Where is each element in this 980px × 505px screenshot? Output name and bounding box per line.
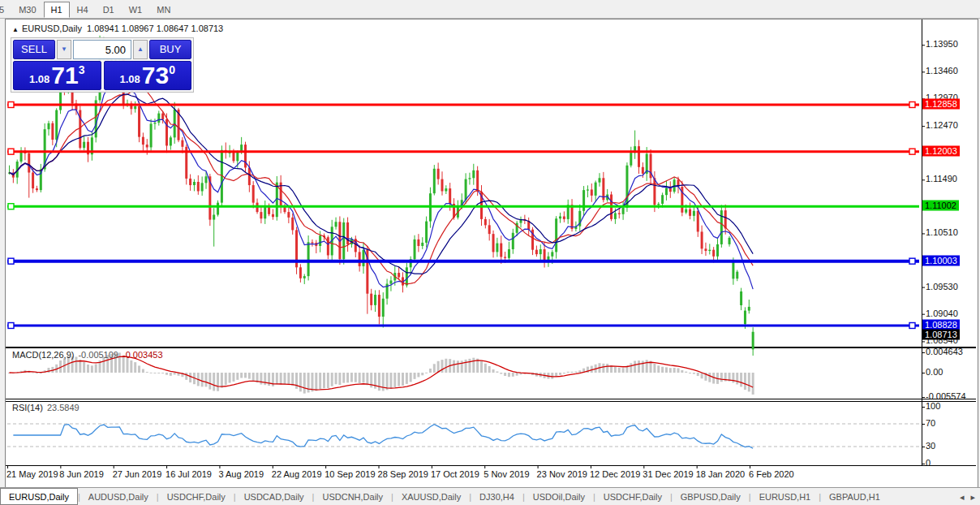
level-handle[interactable] xyxy=(8,101,14,107)
ohlc-values: 1.08941 1.08967 1.08647 1.08713 xyxy=(87,24,223,33)
volume-input[interactable] xyxy=(73,40,131,59)
chart-tab-xauusd-daily[interactable]: XAUUSD,Daily xyxy=(393,490,469,504)
level-handle[interactable] xyxy=(909,258,915,264)
chart-tab-usdchf-daily[interactable]: USDCHF,Daily xyxy=(595,490,670,504)
date-axis-label: 18 Jan 2020 xyxy=(696,469,746,479)
buy-price-handle: 1.08 xyxy=(120,73,140,85)
timeframe-tab-w1[interactable]: W1 xyxy=(122,2,150,18)
timeframe-tab-d1[interactable]: D1 xyxy=(96,2,122,18)
level-handle[interactable] xyxy=(8,258,14,264)
chart-tab-eurusd-h1[interactable]: EURUSD,H1 xyxy=(751,490,819,504)
axis-ticks xyxy=(8,45,926,468)
chart-tab-audusd-daily[interactable]: AUDUSD,Daily xyxy=(80,490,157,504)
price-level-badge: 1.12858 xyxy=(922,98,960,109)
collapse-arrow-icon[interactable]: ▲ xyxy=(12,26,19,33)
chart-tab-usdoil-daily[interactable]: USDOil,Daily xyxy=(525,490,593,504)
date-axis-label: 22 Aug 2019 xyxy=(272,469,322,479)
trading-terminal: 5M30H1H4D1W1MN ▲EURUSD,Daily 1.08941 1.0… xyxy=(0,0,980,505)
chart-tab-bar: EURUSD,Daily|AUDUSD,Daily|USDCHF,Daily|U… xyxy=(0,487,980,505)
macd-signal-line xyxy=(10,356,754,390)
macd-axis-label: 0.00 xyxy=(926,367,943,377)
sell-price-point: 3 xyxy=(79,63,85,76)
date-axis-label: 31 Dec 2019 xyxy=(643,469,693,479)
timeframe-tab-h4[interactable]: H4 xyxy=(70,2,96,18)
tab-scroll-left-icon[interactable]: ◂ xyxy=(960,492,965,503)
macd-axis-label: 0.004643 xyxy=(926,347,963,356)
buy-price-pips: 73 xyxy=(142,63,169,88)
rsi-label: RSI(14)23.5849 xyxy=(12,403,80,412)
price-axis-label: 1.12470 xyxy=(926,120,958,130)
timeframe-tab-h1[interactable]: H1 xyxy=(44,2,70,18)
level-handle[interactable] xyxy=(909,149,915,154)
date-axis-label: 5 Nov 2019 xyxy=(484,469,529,479)
price-level-badge: 1.10003 xyxy=(922,255,960,265)
symbol-label: EURUSD,Daily xyxy=(22,24,82,33)
buy-price-box[interactable]: 1.08 73 0 xyxy=(104,61,192,90)
price-axis-label: 1.13950 xyxy=(926,39,958,49)
rsi-axis-label: 30 xyxy=(926,441,935,451)
timeframe-tab-5[interactable]: 5 xyxy=(0,2,11,18)
price-axis-label: 1.13460 xyxy=(926,66,958,76)
buy-button[interactable]: BUY xyxy=(149,40,191,59)
sell-button[interactable]: SELL xyxy=(13,40,55,59)
date-axis-label: 21 May 2019 xyxy=(6,469,58,479)
price-axis-label: 1.09530 xyxy=(926,282,958,291)
date-axis-label: 27 Jun 2019 xyxy=(113,469,162,479)
chart-title: ▲EURUSD,Daily 1.08941 1.08967 1.08647 1.… xyxy=(12,24,223,33)
date-axis-label: 10 Sep 2019 xyxy=(325,469,375,479)
sell-price-pips: 71 xyxy=(51,63,78,88)
rsi-axis-label: 70 xyxy=(926,418,935,428)
horizontal-level-lines xyxy=(7,101,919,328)
volume-decrease-button[interactable]: ▼ xyxy=(57,40,71,59)
macd-main-value: -0.005109 xyxy=(78,350,118,360)
tab-scroll-arrows: ◂▸ xyxy=(960,492,980,503)
rsi-value: 23.5849 xyxy=(47,403,80,412)
volume-increase-button[interactable]: ▲ xyxy=(133,40,148,59)
date-axis-label: 6 Feb 2020 xyxy=(749,469,794,479)
rsi-level-lines xyxy=(7,424,919,447)
sell-price-handle: 1.08 xyxy=(29,73,49,85)
current-price-badge: 1.08713 xyxy=(922,329,960,339)
ma-line-sma18 xyxy=(10,94,754,274)
chart-tab-gbpaud-h1[interactable]: GBPAUD,H1 xyxy=(821,490,888,504)
level-handle[interactable] xyxy=(8,204,14,209)
level-handle[interactable] xyxy=(8,322,14,328)
ma-line-sma13 xyxy=(10,88,754,284)
rsi-axis-label: 100 xyxy=(926,401,940,411)
tab-scroll-right-icon[interactable]: ▸ xyxy=(970,492,975,503)
date-axis-label: 17 Oct 2019 xyxy=(431,469,479,479)
timeframe-tab-mn[interactable]: MN xyxy=(149,2,178,18)
buy-price-point: 0 xyxy=(169,63,175,76)
chart-tab-eurusd-daily[interactable]: EURUSD,Daily xyxy=(0,488,78,505)
date-axis-label: 3 Aug 2019 xyxy=(218,469,264,479)
chart-tab-usdcad-daily[interactable]: USDCAD,Daily xyxy=(236,490,312,504)
chart-tab-usdchf-daily[interactable]: USDCHF,Daily xyxy=(159,490,234,504)
sell-price-box[interactable]: 1.08 71 3 xyxy=(13,61,101,90)
one-click-trading-panel: SELL ▼ ▲ BUY 1.08 71 3 1.08 73 0 xyxy=(11,37,194,93)
price-level-badge: 1.11002 xyxy=(922,201,959,211)
timeframe-toolbar: 5M30H1H4D1W1MN xyxy=(0,0,980,19)
date-axis-label: 12 Dec 2019 xyxy=(590,469,640,479)
price-axis-label: 1.10510 xyxy=(926,227,958,237)
macd-signal-value: -0.003453 xyxy=(122,350,163,360)
level-handle[interactable] xyxy=(909,101,915,107)
price-axis-label: 1.11490 xyxy=(926,174,957,183)
date-axis-label: 16 Jul 2019 xyxy=(165,469,212,479)
rsi-axis-label: 0 xyxy=(926,458,931,468)
chart-window[interactable]: ▲EURUSD,Daily 1.08941 1.08967 1.08647 1.… xyxy=(5,19,978,488)
chart-tab-usdcnh-daily[interactable]: USDCNH,Daily xyxy=(314,490,391,504)
chart-tab-dj30-h4[interactable]: DJ30,H4 xyxy=(471,490,522,504)
rsi-line xyxy=(13,425,753,449)
date-axis-label: 28 Sep 2019 xyxy=(378,469,428,479)
timeframe-tab-m30[interactable]: M30 xyxy=(11,2,43,18)
price-level-badge: 1.12003 xyxy=(922,145,960,156)
macd-axis-label: -0.005574 xyxy=(926,391,966,401)
date-axis-label: 23 Nov 2019 xyxy=(537,469,587,479)
chart-tab-gbpusd-daily[interactable]: GBPUSD,Daily xyxy=(673,490,749,504)
level-handle[interactable] xyxy=(909,322,915,328)
price-axis-label: 1.09040 xyxy=(926,309,958,318)
level-handle[interactable] xyxy=(8,149,14,154)
macd-label: MACD(12,26,9)-0.005109-0.003453 xyxy=(12,350,163,360)
date-axis-label: 8 Jun 2019 xyxy=(59,469,103,479)
